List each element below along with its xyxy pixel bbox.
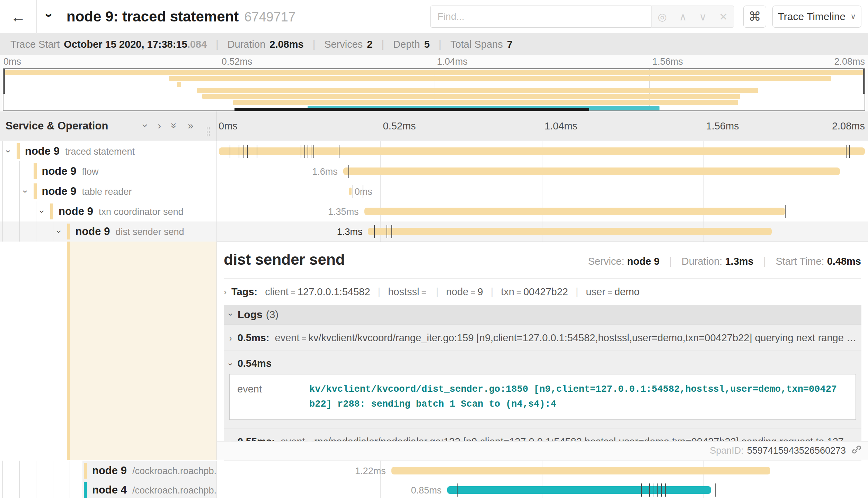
span-detail-title: dist sender send xyxy=(224,251,345,268)
log-event-tick xyxy=(387,225,387,238)
find-input[interactable] xyxy=(430,6,651,28)
deep-link-icon[interactable] xyxy=(851,444,862,457)
span-name-cell[interactable]: ›node 9dist sender send xyxy=(0,221,216,242)
minimap-scrollbar[interactable] xyxy=(234,108,589,111)
indent-guide xyxy=(53,221,53,242)
operation-name: traced statement xyxy=(65,146,135,157)
span-row[interactable]: ›node 9txn coordinator send1.35ms xyxy=(0,201,868,221)
log-event-tick xyxy=(374,225,375,238)
span-duration-bar[interactable] xyxy=(391,467,770,474)
span-row[interactable]: node 9/cockroach.roachpb.I...1.22ms xyxy=(0,461,868,480)
span-collapse-chevron-icon[interactable]: › xyxy=(37,210,47,213)
log-event-tick xyxy=(353,185,353,198)
service-name: node 9dist sender send xyxy=(76,225,184,238)
tags-row[interactable]: › Tags: client=127.0.0.1:54582|hostssl=|… xyxy=(224,286,639,298)
page-title: node 9: traced statement6749717 xyxy=(67,8,295,25)
span-timeline-cell[interactable]: 1.22ms xyxy=(216,461,868,480)
span-duration-bar[interactable] xyxy=(364,208,785,215)
log-entry[interactable]: › 0.5ms: event = kv/kvclient/kvcoord/ran… xyxy=(224,325,861,351)
trace-name: node 9: traced statement xyxy=(67,8,239,25)
next-match-icon[interactable]: ∨ xyxy=(699,11,707,23)
span-row[interactable]: ›node 9table reader0ms xyxy=(0,181,868,201)
top-bar: ← › node 9: traced statement6749717 ◎ ∧ … xyxy=(0,0,868,34)
span-timeline-cell[interactable]: 0ms xyxy=(216,181,868,201)
span-timeline-cell[interactable]: 1.35ms xyxy=(216,201,868,221)
trace-summary-bar: Trace Start October 15 2020, 17:38:15 .0… xyxy=(0,34,868,55)
log-event-tick xyxy=(846,145,847,158)
span-detail-meta: Service: node 9 | Duration: 1.3ms | Star… xyxy=(588,256,861,267)
indent-guide xyxy=(36,461,36,480)
view-selector-dropdown[interactable]: Trace Timeline ∨ xyxy=(772,6,861,28)
collapse-one-icon[interactable]: › xyxy=(140,124,151,127)
expand-all-icon[interactable]: » xyxy=(188,120,194,131)
depth-label: Depth xyxy=(393,39,420,50)
span-timeline-cell[interactable] xyxy=(216,141,868,161)
span-name-cell[interactable]: ›node 9txn coordinator send xyxy=(0,201,216,221)
depth-value: 5 xyxy=(424,39,429,50)
span-row[interactable]: node 9flow1.6ms xyxy=(0,161,868,181)
timeline-table-header: Service & Operation › › » » 0ms0.52ms1.0… xyxy=(0,111,868,141)
span-duration-bar[interactable] xyxy=(447,486,711,494)
span-timeline-cell[interactable]: 0.85ms xyxy=(216,480,868,498)
keyboard-shortcuts-button[interactable]: ⌘ xyxy=(743,6,766,28)
divider xyxy=(224,278,861,279)
find-controls: ◎ ∧ ∨ ✕ xyxy=(651,6,734,28)
log-entry-expanded[interactable]: › 0.54ms xyxy=(224,351,861,374)
span-timeline-cell[interactable]: 1.3ms xyxy=(216,221,868,242)
prev-match-icon[interactable]: ∧ xyxy=(679,11,687,23)
locate-icon[interactable]: ◎ xyxy=(658,11,667,23)
trace-collapse-chevron-icon[interactable]: › xyxy=(42,13,57,18)
logs-header[interactable]: › Logs (3) xyxy=(224,305,861,324)
service-color-swatch xyxy=(67,224,70,239)
span-collapse-chevron-icon[interactable]: › xyxy=(3,150,14,153)
logs-count: (3) xyxy=(266,309,279,320)
trace-minimap[interactable]: 0ms0.52ms1.04ms1.56ms2.08ms xyxy=(0,55,868,111)
log-event-tick xyxy=(230,145,230,158)
span-duration-bar[interactable] xyxy=(343,167,840,175)
service-operation-title: Service & Operation xyxy=(6,120,108,132)
indent-guide xyxy=(19,480,20,498)
span-row[interactable]: ›node 9dist sender send1.3ms xyxy=(0,221,868,242)
minimap-span-bar xyxy=(202,94,741,99)
trace-id: 6749717 xyxy=(244,10,295,24)
span-name-cell[interactable]: ›node 9traced statement xyxy=(0,141,216,161)
indent-guide xyxy=(19,461,20,480)
span-row[interactable]: ›node 9traced statement xyxy=(0,141,868,161)
span-duration-bar[interactable] xyxy=(368,228,772,235)
log-event-tick xyxy=(311,145,311,158)
log-event-tick xyxy=(348,165,349,178)
log-event-tick xyxy=(308,145,308,158)
minimap-span-bar xyxy=(197,88,758,93)
span-collapse-chevron-icon[interactable]: › xyxy=(53,230,64,233)
ruler-tick-label: 0ms xyxy=(3,56,21,67)
clear-find-icon[interactable]: ✕ xyxy=(719,11,728,23)
start-time-label: Start Time: xyxy=(776,256,824,267)
chevron-down-icon: ∨ xyxy=(850,12,856,21)
expand-one-icon[interactable]: › xyxy=(158,120,161,131)
span-duration-bar[interactable] xyxy=(349,188,352,195)
column-resizer-handle[interactable] xyxy=(207,127,210,136)
ruler-tick-label: 0.52ms xyxy=(222,56,253,67)
span-collapse-chevron-icon[interactable]: › xyxy=(20,190,30,193)
detail-left-strip xyxy=(0,242,216,460)
back-button[interactable]: ← xyxy=(0,0,37,34)
collapse-all-icon[interactable]: » xyxy=(169,123,179,129)
span-timeline-cell[interactable]: 1.6ms xyxy=(216,161,868,181)
service-name: node 9table reader xyxy=(42,185,132,198)
span-name-cell[interactable]: node 9/cockroach.roachpb.I... xyxy=(0,461,216,480)
span-name-cell[interactable]: ›node 9table reader xyxy=(0,181,216,201)
minimap-left-handle[interactable] xyxy=(3,69,5,94)
minimap-right-handle[interactable] xyxy=(863,69,865,94)
span-name-cell[interactable]: node 4/cockroach.roachpb.I... xyxy=(0,480,216,498)
service-label: Service: xyxy=(588,256,625,267)
selected-span-color-bar xyxy=(67,242,70,460)
span-duration-bar[interactable] xyxy=(219,147,865,155)
tag-item: client=127.0.0.1:54582 xyxy=(265,286,370,297)
indent-guide xyxy=(2,221,3,242)
span-row[interactable]: node 4/cockroach.roachpb.I...0.85ms xyxy=(0,480,868,498)
span-name-cell[interactable]: node 9flow xyxy=(0,161,216,181)
minimap-span-bar xyxy=(233,100,738,105)
log-time: 0.54ms xyxy=(238,358,272,369)
log-event-tick xyxy=(301,145,301,158)
minimap-canvas[interactable] xyxy=(3,68,865,111)
